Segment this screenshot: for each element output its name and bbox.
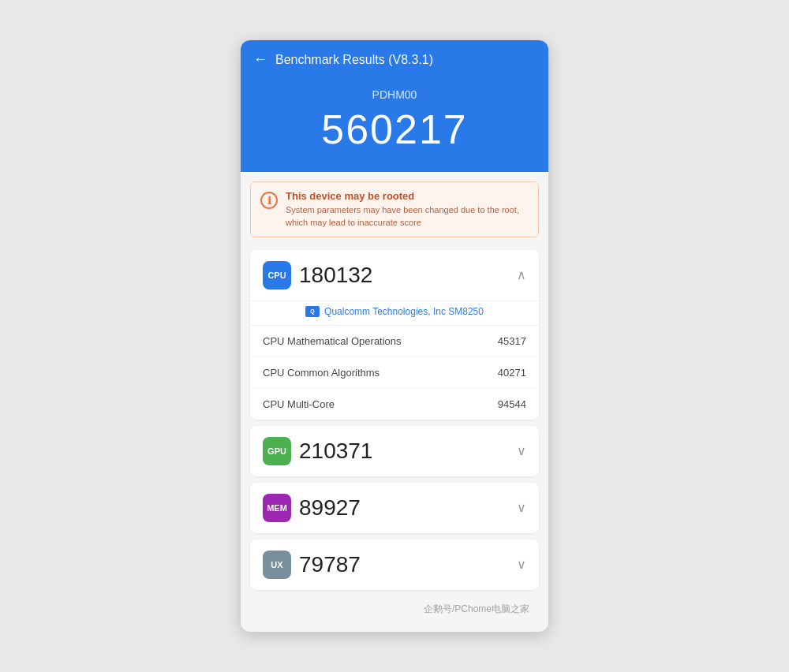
header-section: ← Benchmark Results (V8.3.1) PDHM00 5602… (241, 40, 548, 172)
mem-section-card: MEM 89927 ∨ (250, 483, 539, 533)
sub-item-value-1: 40271 (498, 367, 526, 379)
gpu-section-header[interactable]: GPU 210371 ∨ (250, 426, 539, 476)
mem-header-left: MEM 89927 (263, 494, 361, 522)
chip-info: Q Qualcomm Technologies, Inc SM8250 (250, 301, 539, 325)
table-row: CPU Multi-Core 94544 (250, 389, 539, 420)
sub-item-label-2: CPU Multi-Core (263, 398, 335, 410)
gpu-chevron: ∨ (517, 443, 526, 458)
cpu-chevron: ∧ (517, 267, 526, 282)
mem-score: 89927 (299, 495, 361, 521)
warning-icon-symbol: ℹ (267, 195, 271, 207)
gpu-score: 210371 (299, 439, 372, 464)
total-score: 560217 (253, 106, 536, 153)
ux-section-card: UX 79787 ∨ (250, 539, 539, 590)
phone-container: ← Benchmark Results (V8.3.1) PDHM00 5602… (241, 40, 548, 632)
content-area: CPU 180132 ∧ Q Qualcomm Technologies, In… (241, 247, 548, 632)
cpu-badge: CPU (263, 261, 291, 289)
warning-description: System parameters may have been changed … (286, 204, 529, 229)
cpu-section-card: CPU 180132 ∧ Q Qualcomm Technologies, In… (250, 250, 539, 420)
sub-item-label-1: CPU Common Algorithms (263, 367, 380, 379)
cpu-section-header[interactable]: CPU 180132 ∧ (250, 250, 539, 301)
back-button[interactable]: ← (253, 51, 267, 68)
warning-icon: ℹ (260, 192, 278, 209)
mem-chevron: ∨ (517, 500, 526, 515)
ux-badge: UX (263, 551, 291, 579)
chip-name: Qualcomm Technologies, Inc SM8250 (324, 306, 484, 317)
table-row: CPU Common Algorithms 40271 (250, 357, 539, 389)
sub-item-label-0: CPU Mathematical Operations (263, 335, 402, 347)
ux-chevron: ∨ (517, 557, 526, 572)
header-nav: ← Benchmark Results (V8.3.1) (253, 51, 536, 68)
ux-header-left: UX 79787 (263, 551, 361, 579)
warning-title: This device may be rooted (286, 190, 529, 202)
cpu-header-left: CPU 180132 (263, 261, 372, 289)
cpu-sub-items: CPU Mathematical Operations 45317 CPU Co… (250, 325, 539, 420)
device-name: PDHM00 (253, 88, 536, 101)
gpu-section-card: GPU 210371 ∨ (250, 426, 539, 476)
ux-section-header[interactable]: UX 79787 ∨ (250, 539, 539, 590)
qualcomm-icon: Q (305, 306, 320, 317)
ux-score: 79787 (299, 552, 361, 577)
warning-banner: ℹ This device may be rooted System param… (250, 181, 539, 237)
warning-text-block: This device may be rooted System paramet… (286, 190, 529, 229)
page-title: Benchmark Results (V8.3.1) (275, 53, 433, 67)
watermark: 企鹅号/PChome电脑之家 (250, 596, 539, 622)
mem-badge: MEM (263, 494, 291, 522)
mem-section-header[interactable]: MEM 89927 ∨ (250, 483, 539, 533)
gpu-badge: GPU (263, 437, 291, 465)
sub-item-value-2: 94544 (498, 398, 526, 410)
table-row: CPU Mathematical Operations 45317 (250, 326, 539, 357)
gpu-header-left: GPU 210371 (263, 437, 372, 465)
score-section: PDHM00 560217 (253, 80, 536, 172)
cpu-score: 180132 (299, 263, 372, 288)
sub-item-value-0: 45317 (498, 335, 526, 347)
